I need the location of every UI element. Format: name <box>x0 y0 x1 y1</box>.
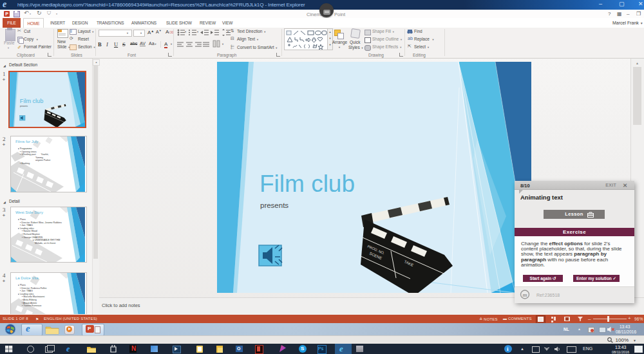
svg-text:Film club: Film club <box>260 171 355 197</box>
svg-text:m: m <box>522 292 527 298</box>
svg-text:presents: presents <box>20 105 28 107</box>
svg-text:presents: presents <box>260 201 289 209</box>
svg-text:Film club: Film club <box>20 98 43 104</box>
